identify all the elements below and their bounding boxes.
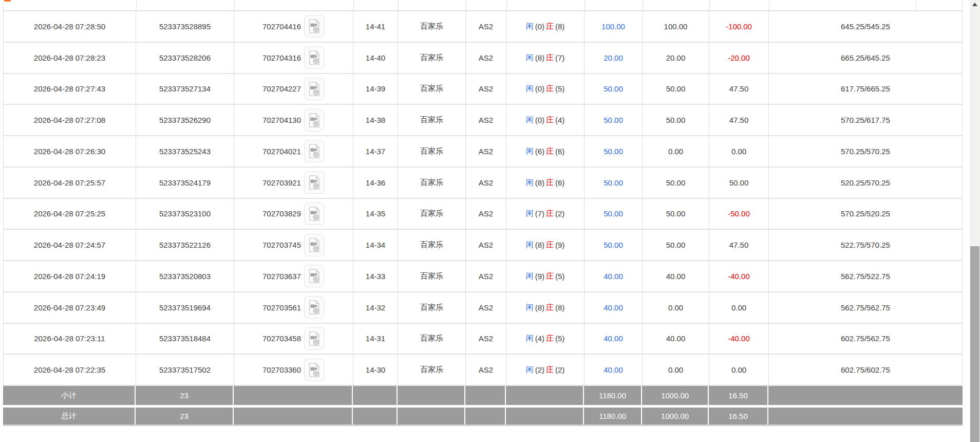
video-replay-button[interactable] bbox=[304, 15, 325, 38]
video-replay-button[interactable] bbox=[304, 359, 325, 381]
cell-table: AS2 bbox=[466, 11, 506, 42]
vertical-scrollbar[interactable] bbox=[970, 0, 980, 442]
table-top-partial-row bbox=[3, 0, 963, 11]
subtotal-cell-balance bbox=[768, 386, 962, 405]
game-number: 702704227 bbox=[262, 84, 301, 93]
banker-label: 庄 bbox=[546, 271, 554, 281]
player-points: (6) bbox=[535, 147, 544, 156]
banker-label: 庄 bbox=[546, 240, 554, 250]
cell-valid: 50.00 bbox=[643, 199, 709, 229]
video-replay-button[interactable] bbox=[304, 109, 325, 132]
bet-amount-link[interactable]: 40.00 bbox=[604, 334, 623, 343]
total-cell-round bbox=[353, 408, 398, 425]
cell-bet_id: 523373528895 bbox=[136, 11, 234, 42]
bet-amount-link[interactable]: 100.00 bbox=[601, 22, 625, 31]
bet-amount-link[interactable]: 40.00 bbox=[604, 272, 623, 281]
cell-win_loss: 0.00 bbox=[709, 136, 769, 167]
video-replay-button[interactable] bbox=[304, 140, 325, 162]
bet-amount-link[interactable]: 50.00 bbox=[604, 147, 623, 156]
cell-win_loss: -50.00 bbox=[709, 199, 769, 229]
cell-game: 百家乐 bbox=[398, 292, 466, 323]
player-points: (0) bbox=[535, 84, 544, 93]
player-label: 闲 bbox=[526, 115, 534, 125]
bet-amount-link[interactable]: 40.00 bbox=[604, 303, 623, 312]
cell-table: AS2 bbox=[466, 292, 506, 323]
game-number: 702703637 bbox=[262, 272, 301, 281]
player-label: 闲 bbox=[526, 22, 534, 31]
bet-amount-link[interactable]: 50.00 bbox=[604, 209, 623, 218]
cell-valid: 100.00 bbox=[643, 11, 709, 42]
cell-time: 2026-04-28 07:28:23 bbox=[4, 43, 136, 73]
cell-table: AS2 bbox=[466, 324, 506, 354]
cell-round: 14-39 bbox=[353, 74, 398, 104]
video-replay-button[interactable] bbox=[304, 171, 325, 194]
banker-label: 庄 bbox=[546, 146, 554, 156]
player-points: (0) bbox=[535, 22, 544, 31]
video-replay-button[interactable] bbox=[304, 202, 325, 225]
cell-round: 14-33 bbox=[353, 261, 398, 291]
total-cell-win_loss: 16.50 bbox=[709, 408, 768, 425]
player-points: (4) bbox=[535, 334, 544, 343]
video-file-icon bbox=[308, 175, 321, 190]
subtotal-cell-game bbox=[398, 386, 465, 405]
total-cell-table bbox=[465, 408, 506, 425]
cell-round: 14-30 bbox=[353, 355, 398, 385]
cell-table: AS2 bbox=[466, 261, 506, 291]
bet-amount-link[interactable]: 50.00 bbox=[604, 116, 623, 124]
cell-win_loss: 50.00 bbox=[709, 168, 769, 198]
cell-bet: 50.00 bbox=[585, 230, 643, 260]
cell-game: 百家乐 bbox=[398, 230, 466, 260]
scrollbar-thumb[interactable] bbox=[970, 246, 979, 442]
banker-points: (5) bbox=[555, 84, 564, 93]
cell-valid: 0.00 bbox=[643, 355, 709, 385]
bet-amount-link[interactable]: 50.00 bbox=[604, 84, 623, 93]
video-replay-button[interactable] bbox=[304, 327, 325, 350]
video-replay-button[interactable] bbox=[304, 234, 325, 256]
player-label: 闲 bbox=[526, 365, 534, 375]
video-replay-button[interactable] bbox=[304, 78, 325, 100]
subtotal-cell-round bbox=[353, 386, 398, 405]
cell-result: 闲(7)庄(2) bbox=[506, 199, 585, 229]
cell-bet_id: 523373519694 bbox=[136, 292, 234, 323]
cell-bet_id: 523373528206 bbox=[136, 43, 234, 73]
cell-balance: 562.75/522.75 bbox=[769, 261, 962, 291]
video-file-icon bbox=[308, 237, 321, 253]
video-file-icon bbox=[308, 206, 321, 222]
game-number: 702704021 bbox=[262, 147, 301, 156]
banker-points: (2) bbox=[555, 365, 564, 374]
bet-amount-link[interactable]: 50.00 bbox=[604, 178, 623, 187]
scroll-up-icon bbox=[972, 3, 977, 6]
banker-label: 庄 bbox=[546, 178, 554, 188]
game-number: 702704416 bbox=[262, 22, 301, 31]
cell-game_no: 702703637 bbox=[234, 261, 353, 291]
video-replay-button[interactable] bbox=[304, 296, 325, 319]
cell-game_no: 702703745 bbox=[234, 230, 353, 260]
cell-bet: 40.00 bbox=[585, 292, 643, 323]
cell-game_no: 702703458 bbox=[234, 324, 353, 354]
subtotal-cell-game_no bbox=[234, 386, 353, 405]
subtotal-cell-valid: 1000.00 bbox=[642, 386, 709, 405]
scroll-up-button[interactable] bbox=[970, 0, 980, 9]
cell-win_loss: 47.50 bbox=[709, 74, 769, 104]
cell-win_loss: -40.00 bbox=[709, 324, 769, 354]
banker-points: (9) bbox=[555, 241, 564, 249]
table-row: 2026-04-28 07:28:23523373528206702704316… bbox=[3, 43, 963, 74]
banker-points: (2) bbox=[555, 209, 564, 218]
subtotal-cell-result bbox=[506, 386, 584, 405]
player-label: 闲 bbox=[526, 240, 534, 250]
cell-balance: 522.75/570.25 bbox=[769, 230, 962, 260]
cell-time: 2026-04-28 07:24:57 bbox=[4, 230, 136, 260]
banker-label: 庄 bbox=[546, 209, 554, 218]
video-replay-button[interactable] bbox=[304, 46, 325, 69]
banker-label: 庄 bbox=[546, 334, 554, 343]
cell-bet_id: 523373526290 bbox=[136, 105, 234, 135]
video-replay-button[interactable] bbox=[304, 265, 325, 287]
cell-time: 2026-04-28 07:27:08 bbox=[4, 105, 136, 135]
cell-bet: 40.00 bbox=[585, 261, 643, 291]
bet-amount-link[interactable]: 40.00 bbox=[604, 365, 623, 374]
bet-amount-link[interactable]: 20.00 bbox=[604, 53, 623, 62]
cell-balance: 617.75/665.25 bbox=[769, 74, 962, 104]
table-row: 2026-04-28 07:27:08523373526290702704130… bbox=[3, 105, 963, 136]
cell-balance: 665.25/645.25 bbox=[769, 43, 962, 73]
bet-amount-link[interactable]: 50.00 bbox=[604, 241, 623, 249]
